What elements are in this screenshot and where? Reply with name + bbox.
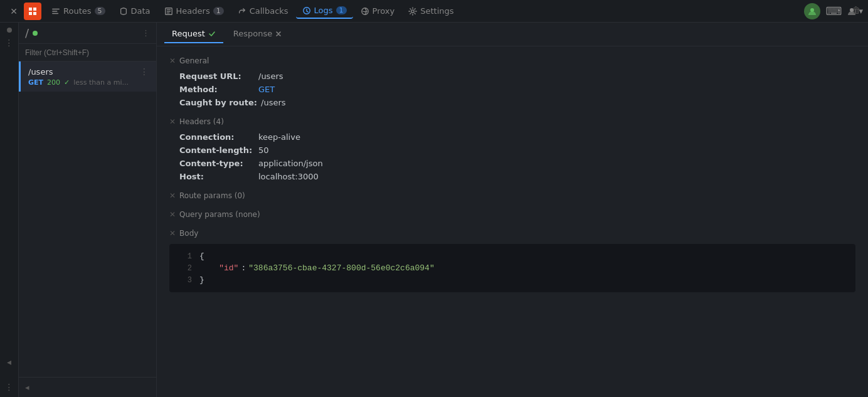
opening-brace: { [199,251,204,261]
content-type-key: Content-type: [179,159,255,168]
headers-section-header: ✕ Headers (4) [169,117,855,126]
proxy-label: Proxy [373,6,395,16]
nav-logs[interactable]: Logs 1 [296,3,353,19]
routes-more-button[interactable]: ⋮ [142,28,150,38]
top-navigation: ✕ Routes 5 Data Headers 1 Callba [0,0,868,23]
user-avatar[interactable] [804,3,820,19]
code-value-id: "386a3756-cbae-4327-800d-56e0c2c6a094" [248,263,434,273]
request-url-value: /users [258,71,283,81]
tab-request[interactable]: Request [164,25,223,43]
route-params-header: ✕ Route params (0) [169,191,855,200]
host-key: Host: [179,172,255,181]
query-params-label: Query params (none) [179,210,260,219]
body-collapse-icon[interactable]: ✕ [169,229,176,238]
connection-value: keep-alive [258,132,300,142]
svg-rect-1 [33,8,36,11]
nav-headers[interactable]: Headers 1 [158,4,230,18]
nav-data[interactable]: Data [113,4,157,18]
general-section-header: ✕ General [169,56,855,65]
nav-settings[interactable]: Settings [402,4,460,18]
svg-rect-2 [29,12,32,15]
code-colon: : [241,263,246,273]
query-params-header: ✕ Query params (none) [169,210,855,219]
settings-label: Settings [420,6,453,16]
tabs-bar: Request Response [157,23,868,46]
request-content: ✕ General Request URL: /users Method: GE… [157,46,868,397]
nav-callbacks[interactable]: Callbacks [231,4,295,18]
collapse-sidebar-icon[interactable]: ◂ [25,383,29,392]
svg-rect-0 [29,8,32,11]
host-row: Host: localhost:3000 [169,172,855,181]
callbacks-label: Callbacks [250,6,288,16]
filter-input[interactable] [25,48,150,57]
route-item-users[interactable]: /users ⋮ GET 200 ✓ less than a mi... [19,61,156,92]
route-params-collapse-icon[interactable]: ✕ [169,191,176,200]
gutter-menu-icon[interactable]: ⋮ [5,38,14,48]
route-more-icon[interactable]: ⋮ [140,66,149,77]
request-url-key: Request URL: [179,71,255,81]
route-params-label: Route params (0) [179,191,245,200]
filter-bar [19,44,156,61]
content-length-key: Content-length: [179,146,255,155]
app-icon [24,3,41,20]
method-row: Method: GET [169,85,855,94]
content-type-row: Content-type: application/json [169,159,855,168]
route-method: GET [28,78,43,87]
headers-label: Headers (4) [179,117,224,126]
content-area: Request Response ✕ General Request URL: [157,23,868,397]
logs-label: Logs [314,6,333,15]
terminal-button[interactable]: ⌨ [825,4,842,18]
routes-badge: 5 [95,7,105,15]
body-section-header: ✕ Body [169,229,855,238]
gutter-indicator [7,28,12,33]
check-icon: ✓ [64,78,70,87]
routes-label: Routes [63,6,92,16]
route-name: /users [28,67,53,77]
headers-collapse-icon[interactable]: ✕ [169,117,176,126]
host-value: localhost:3000 [258,172,319,181]
svg-rect-3 [33,12,36,15]
gutter-collapse-icon[interactable]: ◂ [7,357,11,367]
delete-button[interactable]: 🗑 [852,5,860,15]
caught-by-row: Caught by route: /users [169,98,855,107]
request-tab-label: Request [172,29,205,38]
headers-badge: 1 [213,7,224,15]
content-length-value: 50 [258,146,269,155]
tab-response[interactable]: Response [226,25,289,43]
closing-brace: } [199,275,204,285]
general-collapse-icon[interactable]: ✕ [169,56,176,65]
logs-badge: 1 [336,6,347,14]
content-type-value: application/json [258,159,323,168]
status-dot [33,31,38,36]
route-time: less than a mi... [73,78,129,87]
route-status: 200 [47,78,60,87]
gutter-bottom-icon[interactable]: ⋮ [5,382,14,392]
body-label: Body [179,229,198,238]
close-button[interactable]: ✕ [5,3,23,20]
data-label: Data [131,6,151,16]
svg-point-7 [411,9,414,12]
method-value: GET [258,85,275,94]
slash-icon: / [25,26,29,40]
response-tab-label: Response [233,29,272,38]
query-params-collapse-icon[interactable]: ✕ [169,210,176,219]
body-code-block: 1 { 2 "id" : "386a3756-cbae-4327-800d-56… [169,244,855,292]
left-gutter: ⋮ ◂ ⋮ [0,23,19,397]
connection-key: Connection: [179,132,255,142]
caught-by-value: /users [261,98,286,107]
nav-routes[interactable]: Routes 5 [45,4,112,18]
code-line-3: 3 } [169,274,855,286]
routes-header: / ⋮ [19,23,156,44]
routes-sidebar: / ⋮ /users ⋮ GET 200 ✓ less than a mi...… [19,23,157,397]
request-url-row: Request URL: /users [169,71,855,81]
content-length-row: Content-length: 50 [169,146,855,155]
method-key: Method: [179,85,255,94]
code-line-1: 1 { [169,250,855,262]
caught-by-key: Caught by route: [179,98,257,107]
headers-label: Headers [176,6,210,16]
connection-row: Connection: keep-alive [169,132,855,142]
code-line-2: 2 "id" : "386a3756-cbae-4327-800d-56e0c2… [169,262,855,274]
sidebar-bottom: ◂ [19,377,156,397]
code-key-id: "id" [199,263,238,273]
nav-proxy[interactable]: Proxy [354,4,401,18]
